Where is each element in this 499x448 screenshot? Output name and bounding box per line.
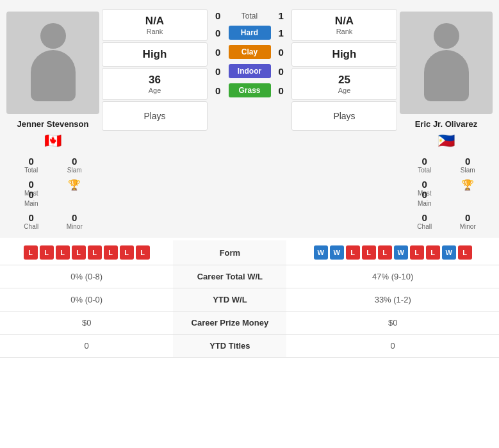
surface-badge: Hard: [229, 26, 271, 40]
form-right: WWLLLWLLWL: [286, 240, 499, 265]
left-age-box: 36 Age: [102, 68, 208, 100]
form-badge: L: [72, 245, 86, 260]
right-stats-bot: 0 Chall 0 Minor: [400, 208, 493, 231]
right-player-photo: [400, 12, 493, 114]
form-badge: W: [394, 245, 408, 260]
form-badge: L: [88, 245, 102, 260]
surface-scores: 0 Hard 1 0 Clay 0 0 Indoor 0 0 Grass 0: [213, 24, 286, 99]
stat-row: 0% (0-0) YTD W/L 33% (1-2): [0, 288, 499, 311]
right-player-flag: 🇵🇭: [438, 133, 455, 149]
surface-left-score: 0: [213, 28, 224, 38]
form-badge: L: [40, 245, 54, 260]
right-main-stat: 0 Main: [405, 188, 445, 208]
stat-left-1: 0% (0-0): [0, 288, 173, 311]
left-high-box: High: [102, 42, 208, 67]
surface-row: 0 Clay 0: [213, 43, 286, 61]
stat-right-2: $0: [286, 311, 499, 335]
left-stats-mid: 0 Mast 🏆 0 Main: [6, 175, 99, 208]
stat-row: 0 YTD Titles 0: [0, 335, 499, 358]
surface-right-score: 0: [276, 66, 287, 77]
surface-left-score: 0: [213, 66, 224, 77]
main-container: Jenner Stevenson 🇨🇦 0 Total 0 Slam 0 Mas…: [0, 0, 499, 358]
form-badge: L: [410, 245, 424, 260]
form-badge: L: [136, 245, 150, 260]
stat-label-1: YTD W/L: [173, 288, 286, 311]
left-total-score: 0: [213, 10, 224, 21]
surface-right-score: 1: [276, 28, 287, 38]
stat-row: $0 Career Prize Money $0: [0, 311, 499, 335]
form-badge: L: [56, 245, 70, 260]
stats-table: LLLLLLLL Form WWLLLWLLWL 0% (0-8) Career…: [0, 240, 499, 358]
stat-label-0: Career Total W/L: [173, 265, 286, 288]
right-total-stat: 0 Total: [405, 154, 445, 175]
right-player-name: Eric Jr. Olivarez: [413, 117, 480, 131]
left-minor-stat: 0 Minor: [55, 211, 95, 231]
form-badge: L: [458, 245, 472, 260]
left-chall-stat: 0 Chall: [12, 211, 51, 231]
left-player-name: Jenner Stevenson: [15, 117, 92, 131]
stat-left-3: 0: [0, 335, 173, 358]
stat-left-2: $0: [0, 311, 173, 335]
stat-left-0: 0% (0-8): [0, 265, 173, 288]
total-row: 0 Total 1: [213, 6, 286, 24]
surface-row: 0 Hard 1: [213, 24, 286, 42]
right-slam-stat: 0 Slam: [448, 154, 488, 175]
left-trophy-cell: 🏆: [55, 178, 95, 198]
left-stats-top: 0 Total 0 Slam: [6, 152, 99, 175]
left-player-photo: [6, 12, 99, 114]
surface-badge: Clay: [229, 45, 271, 59]
surface-left-score: 0: [213, 47, 224, 58]
form-badge: L: [120, 245, 134, 260]
stat-right-0: 47% (9-10): [286, 265, 499, 288]
right-age-box: 25 Age: [291, 68, 397, 100]
form-badge: W: [330, 245, 344, 260]
middle-section: 0 Total 1 0 Hard 1 0 Clay 0 0 Indoor 0 0…: [210, 6, 289, 231]
right-stats-top: 0 Total 0 Slam: [400, 152, 493, 175]
left-trophy-icon: 🏆: [68, 179, 81, 191]
right-detail-area: N/A Rank High 25 Age Plays: [291, 6, 397, 231]
surface-left-score: 0: [213, 85, 224, 96]
surface-row: 0 Grass 0: [213, 81, 286, 99]
form-badge: W: [442, 245, 456, 260]
left-total-stat: 0 Total: [12, 154, 51, 175]
player-left: Jenner Stevenson 🇨🇦 0 Total 0 Slam 0 Mas…: [6, 6, 99, 231]
right-high-box: High: [291, 42, 397, 67]
form-label: Form: [173, 240, 286, 265]
left-main-stat: 0 Main: [12, 188, 51, 208]
form-badge: L: [426, 245, 440, 260]
player-right: Eric Jr. Olivarez 🇵🇭 0 Total 0 Slam 0 Ma…: [400, 6, 493, 231]
form-row: LLLLLLLL Form WWLLLWLLWL: [0, 240, 499, 265]
left-slam-stat: 0 Slam: [55, 154, 95, 175]
surface-row: 0 Indoor 0: [213, 62, 286, 80]
stat-right-1: 33% (1-2): [286, 288, 499, 311]
stat-label-2: Career Prize Money: [173, 311, 286, 335]
players-section: Jenner Stevenson 🇨🇦 0 Total 0 Slam 0 Mas…: [0, 0, 499, 238]
form-left: LLLLLLLL: [0, 240, 173, 265]
left-detail-area: N/A Rank High 36 Age Plays: [102, 6, 208, 231]
right-stats-mid: 0 Mast 🏆 0 Main: [400, 175, 493, 208]
stat-label-3: YTD Titles: [173, 335, 286, 358]
left-player-flag: 🇨🇦: [44, 133, 61, 149]
right-plays-box: Plays: [291, 101, 397, 131]
total-label: Total: [229, 12, 271, 21]
stat-right-3: 0: [286, 335, 499, 358]
surface-badge: Indoor: [229, 64, 271, 78]
surface-right-score: 0: [276, 85, 287, 96]
surface-right-score: 0: [276, 47, 287, 58]
form-badge: L: [362, 245, 376, 260]
right-trophy-cell: 🏆: [448, 178, 488, 198]
right-rank-box: N/A Rank: [291, 9, 397, 41]
form-badge: L: [104, 245, 118, 260]
left-plays-box: Plays: [102, 101, 208, 131]
right-trophy-icon: 🏆: [461, 179, 474, 191]
left-stats-bot: 0 Chall 0 Minor: [6, 208, 99, 231]
form-badge: L: [378, 245, 392, 260]
right-minor-stat: 0 Minor: [448, 211, 488, 231]
right-total-score: 1: [276, 10, 287, 21]
right-chall-stat: 0 Chall: [405, 211, 445, 231]
left-rank-box: N/A Rank: [102, 9, 208, 41]
form-badge: L: [24, 245, 38, 260]
form-badge: W: [314, 245, 328, 260]
stat-row: 0% (0-8) Career Total W/L 47% (9-10): [0, 265, 499, 288]
form-badge: L: [346, 245, 360, 260]
